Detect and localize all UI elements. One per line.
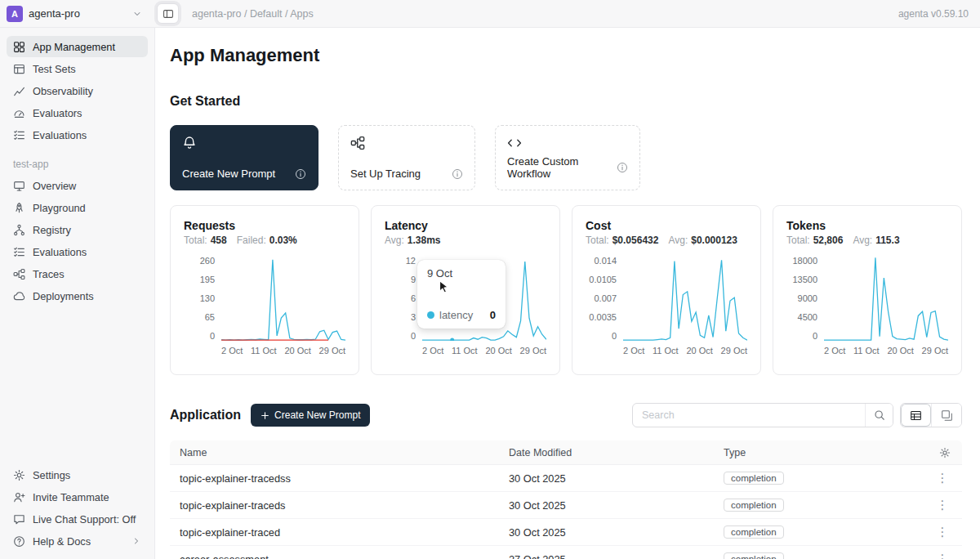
row-menu-button[interactable]: ⋮ [930, 471, 956, 485]
create-new-prompt-card[interactable]: Create New Prompt [170, 125, 318, 190]
table-tools [632, 403, 962, 427]
x-tick: 2 Oct [221, 346, 243, 356]
row-menu-button[interactable]: ⋮ [930, 552, 956, 559]
create-custom-workflow-card[interactable]: Create Custom Workflow [495, 125, 640, 190]
sidebar-toggle-button[interactable] [157, 3, 179, 24]
app-date-modified: 30 Oct 2025 [499, 526, 714, 539]
table-row[interactable]: topic-explainer-tracedss 30 Oct 2025 com… [170, 465, 962, 492]
set-up-tracing-card[interactable]: Set Up Tracing [338, 125, 475, 190]
prompt-bell-icon [182, 136, 306, 150]
y-tick: 0 [411, 331, 416, 341]
workspace-avatar: A [7, 6, 23, 22]
sidebar-item-settings[interactable]: Settings [7, 464, 148, 485]
sidebar-item-evaluators[interactable]: Evaluators [7, 102, 148, 123]
table-view-button[interactable] [901, 404, 931, 427]
search-box [632, 403, 893, 427]
info-icon[interactable] [617, 162, 628, 173]
y-tick: 6 [411, 293, 416, 303]
x-axis-labels: 2 Oct11 Oct20 Oct29 Oct [824, 341, 948, 356]
x-tick: 20 Oct [485, 346, 511, 356]
row-menu-button[interactable]: ⋮ [930, 498, 956, 512]
x-axis-labels: 2 Oct11 Oct20 Oct29 Oct [221, 341, 345, 356]
application-section: Application Create New Prompt Name Date … [170, 403, 962, 559]
sidebar-item-playground[interactable]: Playground [7, 197, 148, 218]
x-tick: 20 Oct [887, 346, 913, 356]
app-name: topic-explainer-tracedss [170, 472, 499, 485]
row-menu-button[interactable]: ⋮ [930, 525, 956, 539]
app-section-label: test-app [13, 159, 141, 170]
get-started-cards: Create New Prompt Set Up Tracing Create … [170, 125, 962, 190]
app-name: topic-explainer-traceds [170, 499, 499, 512]
table-row[interactable]: topic-explainer-traced 30 Oct 2025 compl… [170, 519, 962, 546]
app-name: career-assessment [170, 553, 499, 559]
sidebar-item-label: Playground [33, 202, 86, 214]
sidebar-item-evaluations[interactable]: Evaluations [7, 241, 148, 262]
sidebar-item-invite-teammate[interactable]: Invite Teammate [7, 486, 148, 508]
sidebar-item-label: App Management [33, 41, 115, 53]
table-row[interactable]: career-assessment 27 Oct 2025 completion… [170, 546, 962, 559]
chevron-down-icon [132, 9, 142, 19]
sidebar-item-observability[interactable]: Observability [7, 80, 148, 101]
workspace-selector[interactable]: A agenta-pro [7, 6, 142, 22]
sidebar-item-deployments[interactable]: Deployments [7, 285, 148, 306]
card-view-icon [941, 409, 953, 422]
app-date-modified: 27 Oct 2025 [499, 553, 714, 559]
y-axis-labels: 0.0140.01050.0070.00350 [586, 256, 617, 341]
type-badge: completion [724, 552, 784, 559]
sidebar-item-help-docs[interactable]: Help & Docs [7, 530, 148, 552]
x-tick: 29 Oct [922, 346, 948, 356]
help-icon [13, 535, 25, 548]
sidebar-item-traces[interactable]: Traces [7, 263, 148, 284]
testsets-icon [13, 63, 25, 75]
tooltip-date: 9 Oct [427, 267, 496, 280]
sidebar-item-live-chat-support-off[interactable]: Live Chat Support: Off [7, 508, 148, 530]
column-header-date-modified[interactable]: Date Modified [499, 447, 714, 458]
info-icon[interactable] [452, 168, 463, 180]
x-tick: 29 Oct [721, 346, 747, 356]
y-tick: 130 [200, 293, 215, 303]
mouse-cursor-icon [437, 280, 451, 295]
stat-title: Cost [586, 219, 747, 232]
chart-plot[interactable] [221, 256, 345, 341]
column-header-type[interactable]: Type [714, 447, 923, 458]
card-view-button[interactable] [931, 404, 961, 427]
sidebar-item-label: Deployments [33, 290, 94, 302]
stat-title: Tokens [786, 219, 948, 232]
y-axis-labels: 260195130650 [184, 256, 215, 341]
breadcrumb[interactable]: agenta-pro / Default / Apps [192, 8, 314, 20]
stat-card-tokens: Tokens Total:52,806Avg:115.3 18000135009… [773, 205, 962, 375]
sidebar-item-label: Observability [33, 85, 93, 97]
sidebar-item-app-management[interactable]: App Management [7, 36, 148, 57]
x-tick: 29 Oct [319, 346, 345, 356]
search-button[interactable] [865, 404, 893, 427]
info-icon[interactable] [295, 168, 306, 180]
y-tick: 0.014 [594, 256, 617, 266]
create-new-prompt-button[interactable]: Create New Prompt [251, 404, 370, 427]
tooltip-series-name: latency [439, 309, 473, 321]
y-tick: 65 [205, 312, 215, 322]
traces-icon [13, 268, 25, 280]
chart-plot[interactable] [623, 256, 747, 341]
x-tick: 2 Oct [623, 346, 644, 356]
column-header-name[interactable]: Name [170, 447, 499, 458]
y-tick: 260 [200, 256, 215, 266]
sidebar-item-evaluations[interactable]: Evaluations [7, 124, 148, 145]
evaluations-icon [13, 129, 25, 141]
y-tick: 12 [406, 256, 416, 266]
sidebar-item-label: Settings [33, 469, 70, 481]
sidebar-item-label: Invite Teammate [33, 491, 109, 503]
x-tick: 11 Oct [452, 346, 478, 356]
view-toggle [900, 403, 962, 427]
search-input[interactable] [633, 404, 865, 427]
stat-meta-label: Total: [184, 235, 207, 246]
table-settings-gear-icon[interactable] [939, 447, 951, 458]
chart-plot[interactable] [824, 256, 948, 341]
sidebar-item-registry[interactable]: Registry [7, 219, 148, 240]
sidebar-item-overview[interactable]: Overview [7, 175, 148, 196]
sidebar-item-test-sets[interactable]: Test Sets [7, 58, 148, 79]
table-row[interactable]: topic-explainer-traceds 30 Oct 2025 comp… [170, 492, 962, 519]
sidebar-item-label: Evaluations [33, 129, 87, 141]
stat-card-requests: Requests Total:458Failed:0.03% 260195130… [170, 205, 359, 375]
overview-icon [13, 180, 25, 192]
gs-card-label: Set Up Tracing [350, 168, 421, 180]
